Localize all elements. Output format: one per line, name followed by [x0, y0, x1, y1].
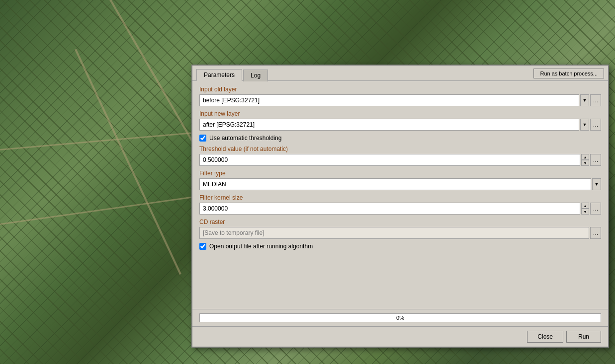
filter-type-dropdown[interactable]: MEDIAN — [199, 178, 591, 190]
tabs-container: Parameters Log — [196, 69, 268, 80]
progress-area: 0% — [192, 309, 608, 326]
open-output-row: Open output file after running algorithm — [199, 243, 601, 250]
progress-text: 0% — [396, 315, 404, 321]
open-output-checkbox[interactable] — [199, 243, 206, 250]
filter-kernel-spinners: ▲ ▼ — [581, 203, 589, 215]
filter-kernel-label: Filter kernel size — [199, 194, 601, 201]
filter-kernel-spin-up[interactable]: ▲ — [581, 203, 589, 209]
filter-kernel-input[interactable]: 3,000000 — [199, 203, 580, 215]
threshold-input[interactable]: 0,500000 — [199, 154, 580, 166]
tab-bar: Parameters Log Run as batch process... — [192, 66, 608, 81]
cd-raster-input[interactable] — [199, 227, 589, 239]
algorithm-dialog: Parameters Log Run as batch process... I… — [191, 65, 609, 348]
input-new-layer-browse[interactable]: … — [590, 119, 601, 131]
filter-kernel-spin-down[interactable]: ▼ — [581, 209, 589, 215]
progress-bar: 0% — [199, 313, 601, 322]
input-new-layer-row: after [EPSG:32721] ▼ … — [199, 119, 601, 131]
threshold-spin-up[interactable]: ▲ — [581, 154, 589, 160]
open-output-label: Open output file after running algorithm — [209, 243, 313, 250]
input-old-layer-label: Input old layer — [199, 86, 601, 93]
input-new-layer-label: Input new layer — [199, 110, 601, 117]
filter-kernel-browse[interactable]: … — [590, 203, 601, 215]
filter-type-row: MEDIAN ▼ — [199, 178, 601, 190]
threshold-browse[interactable]: … — [590, 154, 601, 166]
auto-threshold-checkbox[interactable] — [199, 135, 206, 142]
threshold-label: Threshold value (if not automatic) — [199, 146, 601, 152]
threshold-spinners: ▲ ▼ — [581, 154, 589, 166]
close-button[interactable]: Close — [527, 331, 563, 343]
dialog-footer: Close Run — [192, 326, 608, 347]
cd-raster-row: … — [199, 227, 601, 239]
tab-parameters[interactable]: Parameters — [196, 69, 242, 81]
run-button[interactable]: Run — [566, 331, 601, 343]
threshold-row: 0,500000 ▲ ▼ … — [199, 154, 601, 166]
input-old-layer-row: before [EPSG:32721] ▼ … — [199, 94, 601, 106]
input-old-layer-dropdown[interactable]: before [EPSG:32721] — [199, 94, 579, 106]
filter-type-label: Filter type — [199, 170, 601, 177]
threshold-spin-down[interactable]: ▼ — [581, 160, 589, 166]
cd-raster-label: CD raster — [199, 218, 601, 225]
input-new-layer-arrow[interactable]: ▼ — [580, 119, 589, 131]
dialog-content: Input old layer before [EPSG:32721] ▼ … … — [192, 81, 608, 309]
auto-threshold-row: Use automatic thresholding — [199, 135, 601, 142]
filter-kernel-row: 3,000000 ▲ ▼ … — [199, 203, 601, 215]
input-new-layer-dropdown[interactable]: after [EPSG:32721] — [199, 119, 579, 131]
cd-raster-browse[interactable]: … — [590, 227, 601, 239]
auto-threshold-label: Use automatic thresholding — [209, 135, 281, 142]
tab-log[interactable]: Log — [243, 70, 268, 81]
run-batch-button[interactable]: Run as batch process... — [533, 69, 604, 78]
input-old-layer-arrow[interactable]: ▼ — [580, 94, 589, 106]
input-old-layer-browse[interactable]: … — [590, 94, 601, 106]
filter-type-arrow[interactable]: ▼ — [592, 178, 601, 190]
